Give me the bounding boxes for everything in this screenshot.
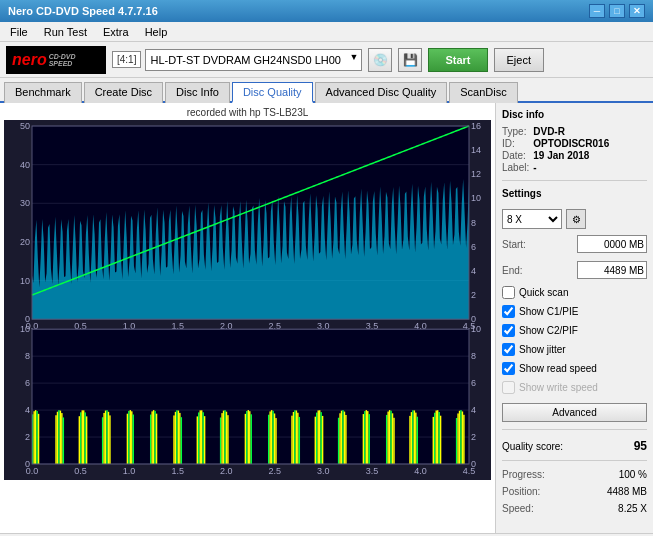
position-row: Position: 4488 MB	[502, 486, 647, 497]
end-label: End:	[502, 265, 523, 276]
tabs-bar: Benchmark Create Disc Disc Info Disc Qua…	[0, 78, 653, 103]
chart-title: recorded with hp TS-LB23L	[4, 107, 491, 118]
main-content: recorded with hp TS-LB23L Disc info Type…	[0, 103, 653, 533]
menu-help[interactable]: Help	[139, 25, 174, 39]
menu-extra[interactable]: Extra	[97, 25, 135, 39]
quality-score-row: Quality score: 95	[502, 439, 647, 453]
progress-label: Progress:	[502, 469, 545, 480]
date-label: Date:	[502, 150, 529, 161]
c2pif-row: Show C2/PIF	[502, 324, 647, 337]
label-label: Label:	[502, 162, 529, 173]
speed-select[interactable]: 8 X	[502, 209, 562, 229]
drive-index-label: [4:1]	[112, 51, 141, 68]
progress-value: 100 %	[619, 469, 647, 480]
c2pif-label[interactable]: Show C2/PIF	[519, 325, 578, 336]
c2pif-checkbox[interactable]	[502, 324, 515, 337]
close-btn[interactable]: ✕	[629, 4, 645, 18]
menu-run-test[interactable]: Run Test	[38, 25, 93, 39]
jitter-label[interactable]: Show jitter	[519, 344, 566, 355]
drive-selector: [4:1] HL-DT-ST DVDRAM GH24NSD0 LH00	[112, 49, 362, 71]
id-value: OPTODISCR016	[533, 138, 647, 149]
tab-disc-info[interactable]: Disc Info	[165, 82, 230, 103]
disc-quality-chart	[4, 120, 491, 480]
save-icon[interactable]: 💾	[398, 48, 422, 72]
read-speed-label[interactable]: Show read speed	[519, 363, 597, 374]
end-field-row: End:	[502, 261, 647, 279]
toolbar: nero CD·DVDSPEED [4:1] HL-DT-ST DVDRAM G…	[0, 42, 653, 78]
quick-scan-label[interactable]: Quick scan	[519, 287, 568, 298]
menu-bar: File Run Test Extra Help	[0, 22, 653, 42]
c1pie-checkbox[interactable]	[502, 305, 515, 318]
tab-create-disc[interactable]: Create Disc	[84, 82, 163, 103]
tab-advanced-disc-quality[interactable]: Advanced Disc Quality	[315, 82, 448, 103]
quality-score-label: Quality score:	[502, 441, 563, 452]
start-label: Start:	[502, 239, 526, 250]
eject-button[interactable]: Eject	[494, 48, 544, 72]
type-label: Type:	[502, 126, 529, 137]
disc-icon[interactable]: 💿	[368, 48, 392, 72]
c1pie-label[interactable]: Show C1/PIE	[519, 306, 578, 317]
jitter-row: Show jitter	[502, 343, 647, 356]
tab-disc-quality[interactable]: Disc Quality	[232, 82, 313, 103]
speed-row-info: Speed: 8.25 X	[502, 503, 647, 514]
speed-value: 8.25 X	[618, 503, 647, 514]
progress-row: Progress: 100 %	[502, 469, 647, 480]
settings-icon[interactable]: ⚙	[566, 209, 586, 229]
write-speed-label: Show write speed	[519, 382, 598, 393]
write-speed-checkbox	[502, 381, 515, 394]
nero-logo: nero CD·DVDSPEED	[6, 46, 106, 74]
menu-file[interactable]: File	[4, 25, 34, 39]
title-bar: Nero CD-DVD Speed 4.7.7.16 ─ □ ✕	[0, 0, 653, 22]
label-value: -	[533, 162, 647, 173]
speed-label: Speed:	[502, 503, 534, 514]
advanced-button[interactable]: Advanced	[502, 403, 647, 422]
jitter-checkbox[interactable]	[502, 343, 515, 356]
window-controls: ─ □ ✕	[589, 4, 645, 18]
position-value: 4488 MB	[607, 486, 647, 497]
settings-title: Settings	[502, 188, 647, 199]
read-speed-row: Show read speed	[502, 362, 647, 375]
chart-area: recorded with hp TS-LB23L	[0, 103, 495, 533]
maximize-btn[interactable]: □	[609, 4, 625, 18]
quick-scan-row: Quick scan	[502, 286, 647, 299]
right-panel: Disc info Type: DVD-R ID: OPTODISCR016 D…	[495, 103, 653, 533]
read-speed-checkbox[interactable]	[502, 362, 515, 375]
start-input[interactable]	[577, 235, 647, 253]
type-value: DVD-R	[533, 126, 647, 137]
drive-dropdown-wrap: HL-DT-ST DVDRAM GH24NSD0 LH00	[145, 49, 362, 71]
start-field-row: Start:	[502, 235, 647, 253]
speed-row: 8 X ⚙	[502, 209, 647, 229]
write-speed-row: Show write speed	[502, 381, 647, 394]
tab-scan-disc[interactable]: ScanDisc	[449, 82, 517, 103]
position-label: Position:	[502, 486, 540, 497]
id-label: ID:	[502, 138, 529, 149]
drive-dropdown[interactable]: HL-DT-ST DVDRAM GH24NSD0 LH00	[145, 49, 362, 71]
end-input[interactable]	[577, 261, 647, 279]
quality-score-value: 95	[634, 439, 647, 453]
minimize-btn[interactable]: ─	[589, 4, 605, 18]
disc-info-title: Disc info	[502, 109, 647, 120]
tab-benchmark[interactable]: Benchmark	[4, 82, 82, 103]
app-title: Nero CD-DVD Speed 4.7.7.16	[8, 5, 158, 17]
c1pie-row: Show C1/PIE	[502, 305, 647, 318]
quick-scan-checkbox[interactable]	[502, 286, 515, 299]
start-button[interactable]: Start	[428, 48, 487, 72]
date-value: 19 Jan 2018	[533, 150, 647, 161]
disc-info-grid: Type: DVD-R ID: OPTODISCR016 Date: 19 Ja…	[502, 126, 647, 173]
